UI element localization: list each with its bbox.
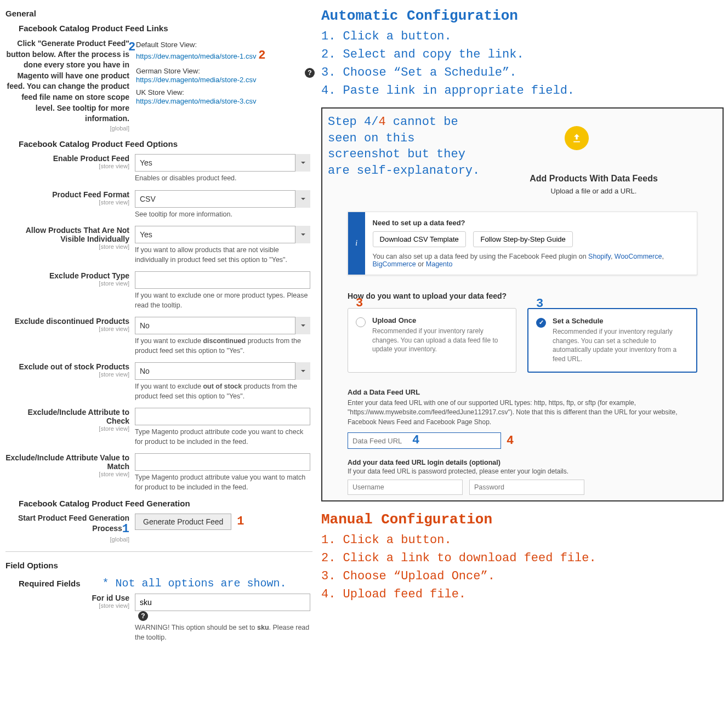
link-magento[interactable]: Magento xyxy=(426,260,453,268)
generate-feed-button[interactable]: Generate Product Feed xyxy=(135,514,231,530)
attr-value-hint: Type Magento product attribute value you… xyxy=(135,473,312,492)
panel-note: Step 4/4 cannot be seen on this screensh… xyxy=(328,114,492,179)
annotation-2-label: 2 xyxy=(128,41,135,54)
id-use-hint: WARNING! This option should be set to sk… xyxy=(135,623,312,642)
feed-links-instruction: Click "Generate Product Feed" button bel… xyxy=(6,39,129,123)
annotation-1-after: 1 xyxy=(237,515,244,528)
password-input[interactable] xyxy=(469,480,584,495)
annotation-4-in: 4 xyxy=(412,434,419,447)
manual-config-heading: Manual Configuration xyxy=(321,511,724,528)
feed-links-heading: Facebook Catalog Product Feed Links xyxy=(19,24,312,33)
upload-icon xyxy=(565,126,589,150)
store-label: Default Store View: xyxy=(136,41,312,49)
upload-once-card[interactable]: 3 Upload Once Recommended if your invent… xyxy=(348,308,516,373)
feed-generation-heading: Facebook Catalog Product Feed Generation xyxy=(19,499,312,508)
annotation-4-after: 4 xyxy=(507,434,514,448)
help-icon[interactable]: ? xyxy=(305,68,315,78)
scope-label: [store view] xyxy=(5,326,129,332)
auto-config-heading: Automatic Configuration xyxy=(321,8,724,24)
card-desc-upload-once: Recommended if your inventory rarely cha… xyxy=(372,327,508,354)
username-input[interactable] xyxy=(348,480,463,495)
attr-value-label: Exclude/Include Attribute Value to Match xyxy=(5,453,129,471)
scope-label: [store view] xyxy=(5,163,129,169)
exclude-oos-select[interactable]: No xyxy=(135,362,310,380)
follow-guide-button[interactable]: Follow Step-by-Step Guide xyxy=(473,231,572,247)
auto-config-steps: 1. Click a button. 2. Select and copy th… xyxy=(321,27,724,100)
not-all-options-note: * Not all options are shown. xyxy=(103,577,287,590)
upload-question: How do you want to upload your data feed… xyxy=(348,292,697,300)
feed-options-heading: Facebook Catalog Product Feed Options xyxy=(19,139,312,149)
feed-link-german[interactable]: https://dev.magento/media/store-2.csv xyxy=(136,76,256,84)
allow-notvisible-label: Allow Products That Are Not Visible Indi… xyxy=(26,226,129,243)
attr-value-input[interactable] xyxy=(135,453,310,471)
feed-url-title: Add a Data Feed URL xyxy=(348,388,697,396)
scope-label: [global] xyxy=(5,124,129,133)
feed-url-desc: Enter your data feed URL with one of our… xyxy=(348,398,697,427)
divider xyxy=(5,551,312,552)
enable-feed-select[interactable]: Yes xyxy=(135,154,310,172)
enable-feed-hint: Enables or disables product feed. xyxy=(135,174,312,184)
exclude-discontinued-label: Exclude discontinued Products xyxy=(15,317,129,326)
download-csv-button[interactable]: Download CSV Template xyxy=(373,231,466,247)
manual-config-steps: 1. Click a button. 2. Click a link to do… xyxy=(321,531,724,603)
scope-label: [store view] xyxy=(5,602,129,609)
scope-label: [store view] xyxy=(5,243,129,250)
attr-check-label: Exclude/Include Attribute to Check xyxy=(28,408,129,425)
general-heading: General xyxy=(5,9,312,18)
help-icon[interactable]: ? xyxy=(138,611,148,621)
field-options-heading: Field Options xyxy=(5,561,312,570)
exclude-oos-hint: If you want to exclude out of stock prod… xyxy=(135,382,312,401)
exclude-discontinued-select[interactable]: No xyxy=(135,317,310,334)
scope-label: [global] xyxy=(5,536,129,543)
required-fields-heading: Required Fields xyxy=(19,579,81,588)
link-shopify[interactable]: Shopify xyxy=(588,253,611,260)
card-title-upload-once: Upload Once xyxy=(372,316,508,324)
annotation-3: 3 xyxy=(536,297,543,311)
facebook-panel: Step 4/4 cannot be seen on this screensh… xyxy=(321,107,724,501)
panel-title: Add Products With Data Feeds xyxy=(470,174,717,184)
store-label: German Store View: xyxy=(136,67,312,75)
info-banner: i Need to set up a data feed? Download C… xyxy=(348,212,697,275)
id-use-label: For id Use xyxy=(92,594,129,602)
panel-subtitle: Upload a file or add a URL. xyxy=(470,187,717,195)
annotation-1-label: 1 xyxy=(122,522,129,536)
feed-url-input[interactable] xyxy=(348,432,501,449)
banner-title: Need to set up a data feed? xyxy=(373,219,689,227)
radio-unchecked-icon[interactable] xyxy=(356,317,366,327)
card-desc-schedule: Recommended if your inventory regularly … xyxy=(553,327,689,364)
exclude-discontinued-hint: If you want to exclude discontinued prod… xyxy=(135,337,312,356)
radio-checked-icon[interactable] xyxy=(536,318,546,328)
id-use-input[interactable] xyxy=(135,594,310,611)
format-select[interactable]: CSV xyxy=(135,190,310,208)
feed-link-default[interactable]: https://dev.magento/media/store-1.csv xyxy=(136,52,256,60)
scope-label: [store view] xyxy=(5,471,129,477)
allow-notvisible-hint: If you want to allow products that are n… xyxy=(135,246,312,265)
card-title-schedule: Set a Schedule xyxy=(553,317,689,325)
format-label: Product Feed Format xyxy=(52,190,129,199)
attr-check-input[interactable] xyxy=(135,408,310,425)
login-title: Add your data feed URL login details (op… xyxy=(348,459,697,466)
feed-link-uk[interactable]: https://dev.magento/media/store-3.csv xyxy=(136,97,256,105)
generation-label: Start Product Feed Generation Process xyxy=(18,514,129,533)
enable-feed-label: Enable Product Feed xyxy=(53,154,129,163)
attr-check-hint: Type Magento product attribute code you … xyxy=(135,427,312,447)
annotation-3: 3 xyxy=(356,297,363,310)
exclude-oos-label: Exclude out of stock Products xyxy=(19,362,129,371)
login-sub: If your data feed URL is password protec… xyxy=(348,467,697,475)
exclude-type-input[interactable] xyxy=(135,271,310,289)
allow-notvisible-select[interactable]: Yes xyxy=(135,226,310,243)
format-hint: See tooltip for more information. xyxy=(135,210,312,220)
scope-label: [store view] xyxy=(5,280,129,287)
scope-label: [store view] xyxy=(5,199,129,206)
link-bigcommerce[interactable]: BigCommerce xyxy=(373,260,416,268)
schedule-card[interactable]: 3 Set a Schedule Recommended if your inv… xyxy=(527,308,697,373)
scope-label: [store view] xyxy=(5,371,129,378)
store-label: UK Store View: xyxy=(136,88,312,96)
annotation-2-url: 2 xyxy=(258,49,265,62)
exclude-type-hint: If you want to exclude one or more produ… xyxy=(135,291,312,310)
scope-label: [store view] xyxy=(5,425,129,432)
link-woocommerce[interactable]: WooCommerce xyxy=(615,253,662,260)
exclude-type-label: Exclude Product Type xyxy=(49,271,129,280)
info-icon: i xyxy=(348,212,365,275)
banner-footer: You can also set up a data feed by using… xyxy=(373,253,689,268)
